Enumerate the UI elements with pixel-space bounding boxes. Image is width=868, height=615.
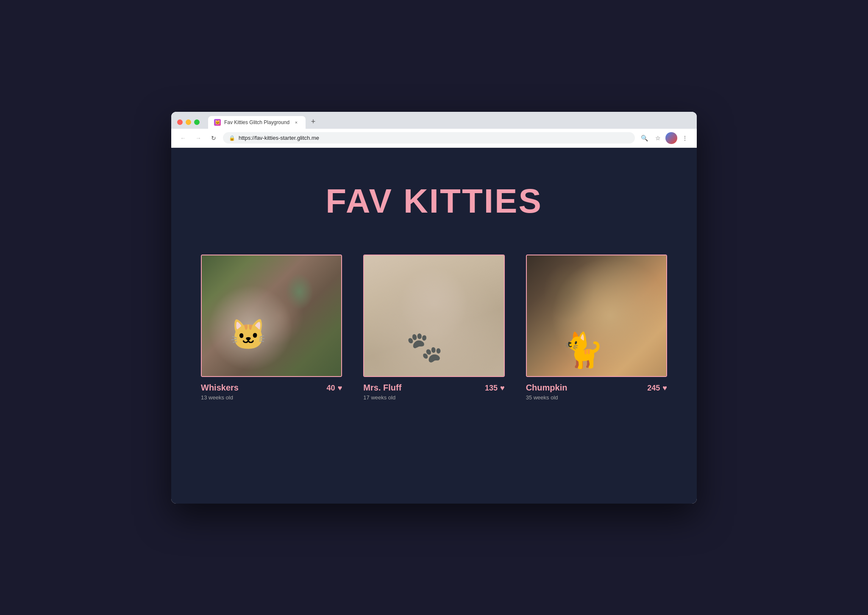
back-icon: ← — [180, 135, 186, 141]
kitty-votes-mrs-fluff[interactable]: 135 ♥ — [485, 384, 505, 393]
kitty-name-chumpkin: Chumpkin — [526, 383, 568, 393]
tab-close-button[interactable]: × — [293, 119, 300, 126]
kitty-name-age-chumpkin: Chumpkin 35 weeks old — [526, 383, 568, 401]
kitty-card-whiskers: Whiskers 13 weeks old 40 ♥ — [201, 255, 342, 403]
new-tab-button[interactable]: + — [307, 116, 319, 128]
page-title: FAV KITTIES — [326, 182, 542, 221]
page-content: FAV KITTIES Whiskers 13 weeks old 40 ♥ — [171, 148, 697, 504]
active-tab[interactable]: 🐱 Fav Kitties Glitch Playground × — [208, 116, 306, 129]
address-bar[interactable]: 🔒 https://fav-kitties-starter.glitch.me — [223, 132, 635, 144]
menu-icon: ⋮ — [682, 135, 688, 141]
toolbar-actions: 🔍 ☆ ⋮ — [638, 132, 691, 144]
lock-icon: 🔒 — [229, 135, 235, 141]
kitty-votes-whiskers[interactable]: 40 ♥ — [327, 384, 342, 393]
kitty-name-whiskers: Whiskers — [201, 383, 239, 393]
votes-count-mrs-fluff: 135 — [485, 384, 498, 393]
votes-count-chumpkin: 245 — [647, 384, 660, 393]
browser-window: 🐱 Fav Kitties Glitch Playground × + ← → … — [171, 112, 697, 504]
close-window-button[interactable] — [177, 119, 183, 125]
kitty-image-chumpkin[interactable] — [526, 255, 667, 377]
kitty-name-age-whiskers: Whiskers 13 weeks old — [201, 383, 239, 401]
browser-titlebar: 🐱 Fav Kitties Glitch Playground × + — [171, 112, 697, 129]
bookmark-button[interactable]: ☆ — [652, 132, 664, 144]
cat-image-1 — [202, 255, 341, 377]
kitty-card-mrs-fluff: Mrs. Fluff 17 weeks old 135 ♥ — [363, 255, 504, 403]
window-controls — [177, 119, 200, 125]
kitty-info-mrs-fluff: Mrs. Fluff 17 weeks old 135 ♥ — [363, 377, 504, 402]
kitty-votes-chumpkin[interactable]: 245 ♥ — [647, 384, 667, 393]
reload-button[interactable]: ↻ — [208, 132, 220, 144]
heart-icon-chumpkin: ♥ — [662, 384, 667, 393]
tabs-bar: 🐱 Fav Kitties Glitch Playground × + — [204, 116, 319, 129]
forward-button[interactable]: → — [192, 132, 204, 144]
url-text: https://fav-kitties-starter.glitch.me — [239, 135, 629, 141]
kitty-info-chumpkin: Chumpkin 35 weeks old 245 ♥ — [526, 377, 667, 402]
star-icon: ☆ — [655, 135, 661, 141]
cat-image-3 — [527, 255, 666, 377]
tab-favicon: 🐱 — [214, 119, 221, 126]
votes-count-whiskers: 40 — [327, 384, 335, 393]
kitty-age-chumpkin: 35 weeks old — [526, 394, 568, 401]
tab-title: Fav Kitties Glitch Playground — [224, 119, 289, 125]
heart-icon-whiskers: ♥ — [338, 384, 342, 393]
kitty-card-chumpkin: Chumpkin 35 weeks old 245 ♥ — [526, 255, 667, 403]
heart-icon-mrs-fluff: ♥ — [500, 384, 505, 393]
back-button[interactable]: ← — [177, 132, 189, 144]
browser-chrome: 🐱 Fav Kitties Glitch Playground × + ← → … — [171, 112, 697, 148]
maximize-window-button[interactable] — [194, 119, 200, 125]
kitty-name-mrs-fluff: Mrs. Fluff — [363, 383, 401, 393]
kitty-age-whiskers: 13 weeks old — [201, 394, 239, 401]
search-icon: 🔍 — [641, 135, 648, 141]
browser-toolbar: ← → ↻ 🔒 https://fav-kitties-starter.glit… — [171, 129, 697, 148]
kitty-image-whiskers[interactable] — [201, 255, 342, 377]
kitty-image-mrs-fluff[interactable] — [363, 255, 504, 377]
search-button[interactable]: 🔍 — [638, 132, 650, 144]
cat-image-2 — [364, 255, 504, 377]
minimize-window-button[interactable] — [186, 119, 191, 125]
kitty-info-whiskers: Whiskers 13 weeks old 40 ♥ — [201, 377, 342, 402]
kitty-name-age-mrs-fluff: Mrs. Fluff 17 weeks old — [363, 383, 401, 401]
kitties-grid: Whiskers 13 weeks old 40 ♥ Mrs. Fluff — [201, 255, 667, 403]
reload-icon: ↻ — [211, 135, 216, 141]
menu-button[interactable]: ⋮ — [679, 132, 691, 144]
kitty-age-mrs-fluff: 17 weeks old — [363, 394, 401, 401]
user-avatar[interactable] — [665, 132, 677, 144]
forward-icon: → — [195, 135, 201, 141]
